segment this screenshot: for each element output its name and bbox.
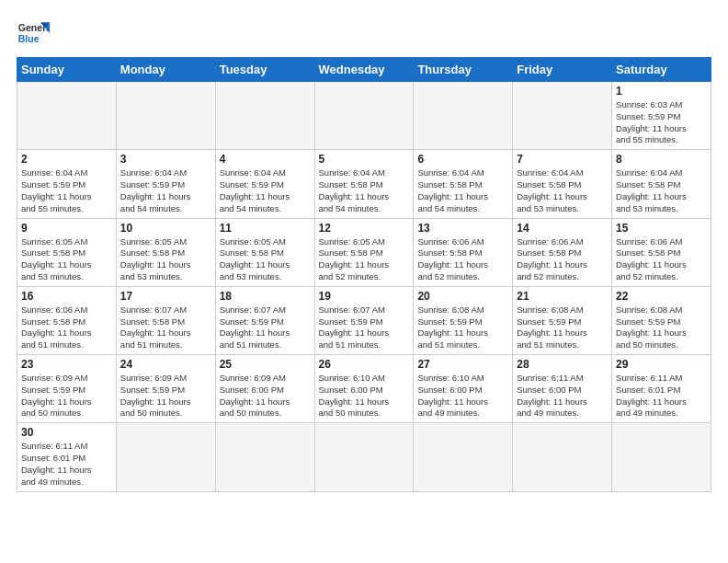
calendar-day-cell: 5Sunrise: 6:04 AM Sunset: 5:58 PM Daylig… [314, 150, 414, 218]
day-number: 17 [120, 290, 211, 303]
day-info: Sunrise: 6:04 AM Sunset: 5:58 PM Dayligh… [517, 167, 608, 214]
weekday-saturday: Saturday [612, 58, 711, 82]
calendar-day-cell: 30Sunrise: 6:11 AM Sunset: 6:01 PM Dayli… [17, 423, 117, 491]
day-number: 3 [120, 153, 211, 166]
day-number: 11 [220, 222, 311, 235]
day-number: 24 [120, 358, 211, 371]
calendar-day-cell: 18Sunrise: 6:07 AM Sunset: 5:59 PM Dayli… [215, 286, 314, 354]
calendar-day-cell [215, 82, 314, 150]
day-number: 16 [21, 290, 112, 303]
calendar-day-cell [116, 82, 215, 150]
day-info: Sunrise: 6:05 AM Sunset: 5:58 PM Dayligh… [319, 236, 410, 283]
day-number: 14 [517, 222, 608, 235]
calendar-day-cell: 10Sunrise: 6:05 AM Sunset: 5:58 PM Dayli… [116, 218, 215, 286]
weekday-friday: Friday [513, 58, 612, 82]
day-info: Sunrise: 6:06 AM Sunset: 5:58 PM Dayligh… [21, 304, 112, 351]
calendar-day-cell [17, 82, 117, 150]
day-info: Sunrise: 6:04 AM Sunset: 5:59 PM Dayligh… [220, 167, 311, 214]
calendar-day-cell: 27Sunrise: 6:10 AM Sunset: 6:00 PM Dayli… [414, 355, 513, 423]
day-number: 20 [417, 290, 508, 303]
day-number: 5 [319, 153, 410, 166]
day-number: 22 [616, 290, 707, 303]
day-info: Sunrise: 6:09 AM Sunset: 5:59 PM Dayligh… [21, 373, 112, 419]
calendar-day-cell: 3Sunrise: 6:04 AM Sunset: 5:59 PM Daylig… [116, 150, 215, 218]
calendar-day-cell [513, 82, 612, 150]
calendar-day-cell [414, 423, 513, 491]
day-info: Sunrise: 6:11 AM Sunset: 6:01 PM Dayligh… [616, 373, 707, 419]
day-info: Sunrise: 6:06 AM Sunset: 5:58 PM Dayligh… [417, 236, 508, 283]
day-info: Sunrise: 6:10 AM Sunset: 6:00 PM Dayligh… [319, 373, 410, 419]
day-number: 23 [21, 358, 112, 371]
day-number: 28 [517, 358, 608, 371]
calendar-day-cell: 29Sunrise: 6:11 AM Sunset: 6:01 PM Dayli… [612, 355, 711, 423]
day-number: 18 [220, 290, 311, 303]
day-info: Sunrise: 6:08 AM Sunset: 5:59 PM Dayligh… [517, 304, 608, 351]
day-info: Sunrise: 6:11 AM Sunset: 6:01 PM Dayligh… [21, 441, 112, 488]
calendar-week-row: 23Sunrise: 6:09 AM Sunset: 5:59 PM Dayli… [17, 355, 711, 423]
day-number: 29 [616, 358, 707, 371]
day-number: 27 [417, 358, 508, 371]
day-number: 13 [417, 222, 508, 235]
calendar-day-cell: 21Sunrise: 6:08 AM Sunset: 5:59 PM Dayli… [513, 286, 612, 354]
day-info: Sunrise: 6:07 AM Sunset: 5:58 PM Dayligh… [120, 304, 211, 351]
calendar: SundayMondayTuesdayWednesdayThursdayFrid… [17, 57, 711, 492]
calendar-day-cell: 20Sunrise: 6:08 AM Sunset: 5:59 PM Dayli… [414, 286, 513, 354]
day-number: 10 [120, 222, 211, 235]
calendar-day-cell: 22Sunrise: 6:08 AM Sunset: 5:59 PM Dayli… [612, 286, 711, 354]
day-info: Sunrise: 6:05 AM Sunset: 5:58 PM Dayligh… [120, 236, 211, 283]
day-number: 21 [517, 290, 608, 303]
calendar-day-cell: 2Sunrise: 6:04 AM Sunset: 5:59 PM Daylig… [17, 150, 117, 218]
calendar-day-cell [513, 423, 612, 491]
calendar-day-cell: 13Sunrise: 6:06 AM Sunset: 5:58 PM Dayli… [414, 218, 513, 286]
weekday-header-row: SundayMondayTuesdayWednesdayThursdayFrid… [17, 58, 711, 82]
day-info: Sunrise: 6:07 AM Sunset: 5:59 PM Dayligh… [319, 304, 410, 351]
day-info: Sunrise: 6:04 AM Sunset: 5:58 PM Dayligh… [616, 167, 707, 214]
calendar-day-cell [116, 423, 215, 491]
weekday-thursday: Thursday [414, 58, 513, 82]
day-info: Sunrise: 6:04 AM Sunset: 5:58 PM Dayligh… [319, 167, 410, 214]
calendar-day-cell: 17Sunrise: 6:07 AM Sunset: 5:58 PM Dayli… [116, 286, 215, 354]
calendar-day-cell: 1Sunrise: 6:03 AM Sunset: 5:59 PM Daylig… [612, 82, 711, 150]
day-info: Sunrise: 6:04 AM Sunset: 5:59 PM Dayligh… [21, 167, 112, 214]
day-info: Sunrise: 6:08 AM Sunset: 5:59 PM Dayligh… [417, 304, 508, 351]
calendar-day-cell: 24Sunrise: 6:09 AM Sunset: 5:59 PM Dayli… [116, 355, 215, 423]
day-number: 9 [21, 222, 112, 235]
day-info: Sunrise: 6:09 AM Sunset: 5:59 PM Dayligh… [120, 373, 211, 419]
calendar-day-cell [314, 82, 414, 150]
calendar-day-cell: 15Sunrise: 6:06 AM Sunset: 5:58 PM Dayli… [612, 218, 711, 286]
day-number: 12 [319, 222, 410, 235]
day-number: 8 [616, 153, 707, 166]
day-info: Sunrise: 6:07 AM Sunset: 5:59 PM Dayligh… [220, 304, 311, 351]
day-number: 2 [21, 153, 112, 166]
calendar-day-cell [314, 423, 414, 491]
calendar-day-cell: 11Sunrise: 6:05 AM Sunset: 5:58 PM Dayli… [215, 218, 314, 286]
calendar-day-cell: 19Sunrise: 6:07 AM Sunset: 5:59 PM Dayli… [314, 286, 414, 354]
day-number: 4 [220, 153, 311, 166]
day-number: 15 [616, 222, 707, 235]
day-number: 26 [319, 358, 410, 371]
day-number: 30 [21, 426, 112, 439]
day-info: Sunrise: 6:08 AM Sunset: 5:59 PM Dayligh… [616, 304, 707, 351]
calendar-week-row: 9Sunrise: 6:05 AM Sunset: 5:58 PM Daylig… [17, 218, 711, 286]
calendar-day-cell: 14Sunrise: 6:06 AM Sunset: 5:58 PM Dayli… [513, 218, 612, 286]
day-info: Sunrise: 6:10 AM Sunset: 6:00 PM Dayligh… [417, 373, 508, 419]
page: General Blue SundayMondayTuesdayWednesda… [0, 0, 728, 501]
day-info: Sunrise: 6:06 AM Sunset: 5:58 PM Dayligh… [616, 236, 707, 283]
calendar-day-cell: 9Sunrise: 6:05 AM Sunset: 5:58 PM Daylig… [17, 218, 117, 286]
calendar-day-cell: 12Sunrise: 6:05 AM Sunset: 5:58 PM Dayli… [314, 218, 414, 286]
calendar-day-cell [612, 423, 711, 491]
day-number: 19 [319, 290, 410, 303]
day-info: Sunrise: 6:05 AM Sunset: 5:58 PM Dayligh… [220, 236, 311, 283]
calendar-day-cell: 16Sunrise: 6:06 AM Sunset: 5:58 PM Dayli… [17, 286, 117, 354]
calendar-week-row: 2Sunrise: 6:04 AM Sunset: 5:59 PM Daylig… [17, 150, 711, 218]
header: General Blue [17, 17, 711, 50]
day-number: 1 [616, 85, 707, 98]
day-info: Sunrise: 6:04 AM Sunset: 5:58 PM Dayligh… [417, 167, 508, 214]
logo: General Blue [17, 17, 50, 50]
day-info: Sunrise: 6:04 AM Sunset: 5:59 PM Dayligh… [120, 167, 211, 214]
day-info: Sunrise: 6:06 AM Sunset: 5:58 PM Dayligh… [517, 236, 608, 283]
calendar-day-cell: 28Sunrise: 6:11 AM Sunset: 6:00 PM Dayli… [513, 355, 612, 423]
weekday-wednesday: Wednesday [314, 58, 414, 82]
day-number: 7 [517, 153, 608, 166]
calendar-day-cell: 6Sunrise: 6:04 AM Sunset: 5:58 PM Daylig… [414, 150, 513, 218]
